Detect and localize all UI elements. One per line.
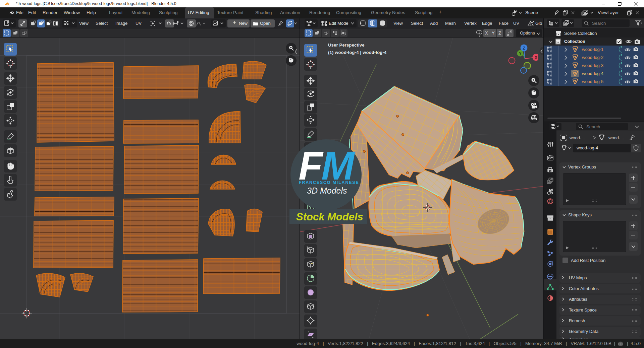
svg-text:Y: Y: [519, 51, 522, 56]
svg-text:Z: Z: [523, 46, 525, 51]
svg-text:X: X: [535, 55, 537, 60]
